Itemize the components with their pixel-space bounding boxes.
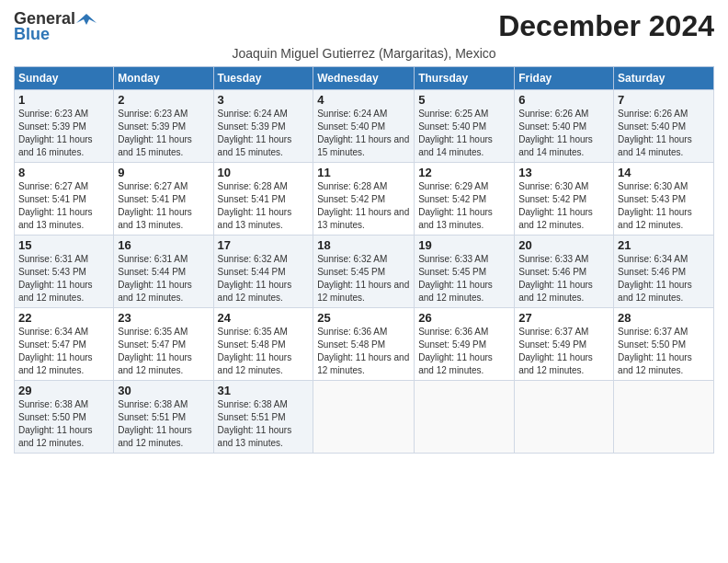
calendar-cell (515, 381, 614, 454)
calendar-cell: 7Sunrise: 6:26 AMSunset: 5:40 PMDaylight… (614, 90, 714, 163)
day-number: 24 (218, 311, 310, 325)
day-info: Sunrise: 6:35 AMSunset: 5:48 PMDaylight:… (218, 326, 310, 377)
calendar-cell: 10Sunrise: 6:28 AMSunset: 5:41 PMDayligh… (213, 163, 313, 236)
day-info: Sunrise: 6:27 AMSunset: 5:41 PMDaylight:… (118, 180, 209, 232)
calendar-cell: 30Sunrise: 6:38 AMSunset: 5:51 PMDayligh… (114, 381, 213, 454)
day-number: 2 (118, 93, 209, 107)
logo: General Blue (14, 9, 97, 44)
week-row-5: 29Sunrise: 6:38 AMSunset: 5:50 PMDayligh… (15, 381, 714, 454)
day-number: 21 (618, 238, 710, 252)
day-info: Sunrise: 6:33 AMSunset: 5:45 PMDaylight:… (418, 253, 510, 304)
calendar-body: 1Sunrise: 6:23 AMSunset: 5:39 PMDaylight… (15, 90, 714, 454)
week-row-1: 1Sunrise: 6:23 AMSunset: 5:39 PMDaylight… (15, 90, 714, 163)
day-info: Sunrise: 6:36 AMSunset: 5:48 PMDaylight:… (317, 326, 410, 377)
day-info: Sunrise: 6:31 AMSunset: 5:44 PMDaylight:… (118, 253, 209, 304)
calendar-cell: 1Sunrise: 6:23 AMSunset: 5:39 PMDaylight… (15, 90, 114, 163)
dow-header-saturday: Saturday (614, 67, 714, 90)
week-row-2: 8Sunrise: 6:27 AMSunset: 5:41 PMDaylight… (15, 163, 714, 236)
calendar-cell: 25Sunrise: 6:36 AMSunset: 5:48 PMDayligh… (313, 308, 415, 381)
day-number: 30 (118, 384, 209, 397)
dow-header-tuesday: Tuesday (213, 67, 313, 90)
month-title: December 2024 (498, 9, 714, 43)
svg-marker-0 (76, 14, 97, 25)
day-number: 11 (317, 166, 410, 179)
calendar-cell: 12Sunrise: 6:29 AMSunset: 5:42 PMDayligh… (415, 163, 515, 236)
day-info: Sunrise: 6:30 AMSunset: 5:42 PMDaylight:… (518, 180, 609, 232)
day-info: Sunrise: 6:35 AMSunset: 5:47 PMDaylight:… (118, 326, 209, 377)
logo-blue: Blue (14, 25, 50, 44)
day-info: Sunrise: 6:32 AMSunset: 5:44 PMDaylight:… (218, 253, 310, 304)
calendar-cell: 3Sunrise: 6:24 AMSunset: 5:39 PMDaylight… (213, 90, 313, 163)
calendar-cell: 14Sunrise: 6:30 AMSunset: 5:43 PMDayligh… (614, 163, 714, 236)
day-info: Sunrise: 6:31 AMSunset: 5:43 PMDaylight:… (18, 253, 109, 304)
day-info: Sunrise: 6:28 AMSunset: 5:42 PMDaylight:… (317, 180, 410, 232)
day-info: Sunrise: 6:38 AMSunset: 5:51 PMDaylight:… (118, 398, 209, 450)
day-number: 20 (518, 238, 609, 252)
day-info: Sunrise: 6:38 AMSunset: 5:51 PMDaylight:… (218, 398, 310, 450)
calendar-cell: 21Sunrise: 6:34 AMSunset: 5:46 PMDayligh… (614, 236, 714, 308)
day-info: Sunrise: 6:27 AMSunset: 5:41 PMDaylight:… (18, 180, 109, 232)
day-number: 13 (518, 166, 609, 179)
calendar-cell: 15Sunrise: 6:31 AMSunset: 5:43 PMDayligh… (15, 236, 114, 308)
day-number: 29 (18, 384, 109, 397)
calendar-cell: 5Sunrise: 6:25 AMSunset: 5:40 PMDaylight… (415, 90, 515, 163)
subtitle: Joaquin Miguel Gutierrez (Margaritas), M… (14, 46, 714, 61)
day-number: 27 (518, 311, 609, 325)
day-info: Sunrise: 6:30 AMSunset: 5:43 PMDaylight:… (618, 180, 710, 232)
calendar-cell: 22Sunrise: 6:34 AMSunset: 5:47 PMDayligh… (15, 308, 114, 381)
day-info: Sunrise: 6:29 AMSunset: 5:42 PMDaylight:… (418, 180, 510, 232)
calendar-cell: 16Sunrise: 6:31 AMSunset: 5:44 PMDayligh… (114, 236, 213, 308)
calendar-table: SundayMondayTuesdayWednesdayThursdayFrid… (14, 66, 714, 454)
day-number: 9 (118, 166, 209, 179)
calendar-cell (415, 381, 515, 454)
days-of-week-row: SundayMondayTuesdayWednesdayThursdayFrid… (15, 67, 714, 90)
calendar-cell: 18Sunrise: 6:32 AMSunset: 5:45 PMDayligh… (313, 236, 415, 308)
dow-header-thursday: Thursday (415, 67, 515, 90)
day-info: Sunrise: 6:26 AMSunset: 5:40 PMDaylight:… (618, 108, 710, 159)
day-number: 8 (18, 166, 109, 179)
day-number: 1 (18, 93, 109, 107)
logo-bird-icon (76, 12, 97, 27)
day-number: 3 (218, 93, 310, 107)
day-number: 10 (218, 166, 310, 179)
dow-header-friday: Friday (515, 67, 614, 90)
day-number: 18 (317, 238, 410, 252)
day-number: 16 (118, 238, 209, 252)
calendar-cell: 28Sunrise: 6:37 AMSunset: 5:50 PMDayligh… (614, 308, 714, 381)
week-row-3: 15Sunrise: 6:31 AMSunset: 5:43 PMDayligh… (15, 236, 714, 308)
day-number: 28 (618, 311, 710, 325)
day-info: Sunrise: 6:38 AMSunset: 5:50 PMDaylight:… (18, 398, 109, 450)
day-info: Sunrise: 6:36 AMSunset: 5:49 PMDaylight:… (418, 326, 510, 377)
calendar-cell: 4Sunrise: 6:24 AMSunset: 5:40 PMDaylight… (313, 90, 415, 163)
calendar-cell: 23Sunrise: 6:35 AMSunset: 5:47 PMDayligh… (114, 308, 213, 381)
day-number: 12 (418, 166, 510, 179)
day-number: 6 (518, 93, 609, 107)
day-number: 17 (218, 238, 310, 252)
day-info: Sunrise: 6:25 AMSunset: 5:40 PMDaylight:… (418, 108, 510, 159)
calendar-cell: 29Sunrise: 6:38 AMSunset: 5:50 PMDayligh… (15, 381, 114, 454)
calendar-cell: 24Sunrise: 6:35 AMSunset: 5:48 PMDayligh… (213, 308, 313, 381)
calendar-cell: 20Sunrise: 6:33 AMSunset: 5:46 PMDayligh… (515, 236, 614, 308)
day-number: 4 (317, 93, 410, 107)
calendar-cell: 11Sunrise: 6:28 AMSunset: 5:42 PMDayligh… (313, 163, 415, 236)
day-info: Sunrise: 6:24 AMSunset: 5:39 PMDaylight:… (218, 108, 310, 159)
dow-header-monday: Monday (114, 67, 213, 90)
day-info: Sunrise: 6:34 AMSunset: 5:47 PMDaylight:… (18, 326, 109, 377)
day-info: Sunrise: 6:34 AMSunset: 5:46 PMDaylight:… (618, 253, 710, 304)
day-info: Sunrise: 6:33 AMSunset: 5:46 PMDaylight:… (518, 253, 609, 304)
calendar-cell: 31Sunrise: 6:38 AMSunset: 5:51 PMDayligh… (213, 381, 313, 454)
calendar-cell: 9Sunrise: 6:27 AMSunset: 5:41 PMDaylight… (114, 163, 213, 236)
day-info: Sunrise: 6:37 AMSunset: 5:50 PMDaylight:… (618, 326, 710, 377)
day-info: Sunrise: 6:23 AMSunset: 5:39 PMDaylight:… (18, 108, 109, 159)
calendar-cell (313, 381, 415, 454)
day-number: 25 (317, 311, 410, 325)
day-number: 22 (18, 311, 109, 325)
day-number: 26 (418, 311, 510, 325)
day-number: 23 (118, 311, 209, 325)
day-info: Sunrise: 6:24 AMSunset: 5:40 PMDaylight:… (317, 108, 410, 159)
day-number: 14 (618, 166, 710, 179)
calendar-cell: 6Sunrise: 6:26 AMSunset: 5:40 PMDaylight… (515, 90, 614, 163)
day-number: 15 (18, 238, 109, 252)
calendar-cell: 19Sunrise: 6:33 AMSunset: 5:45 PMDayligh… (415, 236, 515, 308)
calendar-cell: 26Sunrise: 6:36 AMSunset: 5:49 PMDayligh… (415, 308, 515, 381)
